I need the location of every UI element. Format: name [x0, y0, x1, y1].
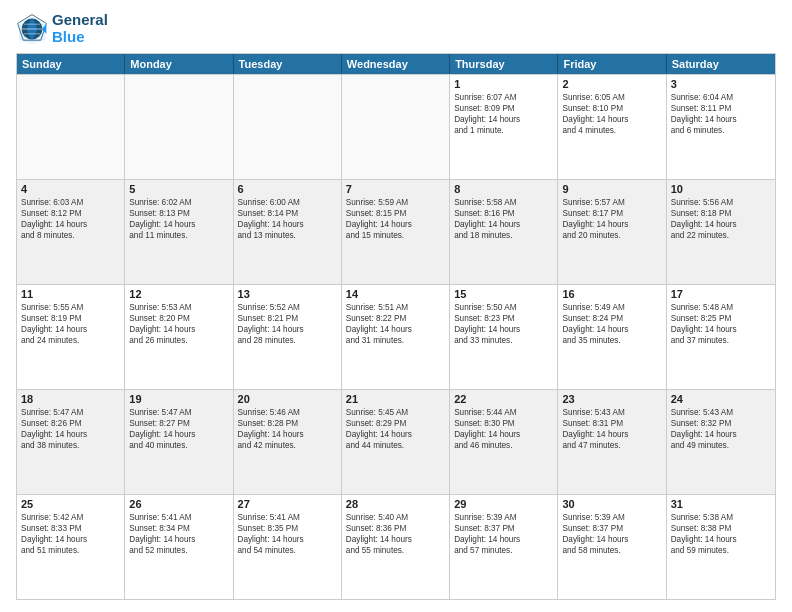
- day-number: 3: [671, 78, 771, 90]
- cell-info-line: Daylight: 14 hours: [562, 219, 661, 230]
- cell-info-line: Daylight: 14 hours: [238, 429, 337, 440]
- cell-info-line: and 38 minutes.: [21, 440, 120, 451]
- cell-info-line: Sunrise: 5:56 AM: [671, 197, 771, 208]
- cell-info-line: Daylight: 14 hours: [346, 534, 445, 545]
- cell-info-line: Sunset: 8:22 PM: [346, 313, 445, 324]
- cell-info-line: Sunset: 8:13 PM: [129, 208, 228, 219]
- day-number: 4: [21, 183, 120, 195]
- day-number: 20: [238, 393, 337, 405]
- cell-info-line: Sunrise: 5:43 AM: [562, 407, 661, 418]
- cell-info-line: and 11 minutes.: [129, 230, 228, 241]
- cell-info-line: Sunset: 8:35 PM: [238, 523, 337, 534]
- cell-info-line: Sunrise: 5:50 AM: [454, 302, 553, 313]
- cell-info-line: Sunrise: 6:04 AM: [671, 92, 771, 103]
- day-number: 2: [562, 78, 661, 90]
- cell-info-line: Sunrise: 5:45 AM: [346, 407, 445, 418]
- cell-info-line: Sunrise: 5:41 AM: [129, 512, 228, 523]
- day-number: 7: [346, 183, 445, 195]
- cell-info-line: Daylight: 14 hours: [21, 219, 120, 230]
- day-number: 26: [129, 498, 228, 510]
- cell-info-line: and 55 minutes.: [346, 545, 445, 556]
- day-cell-9: 9Sunrise: 5:57 AMSunset: 8:17 PMDaylight…: [558, 180, 666, 284]
- cell-info-line: Daylight: 14 hours: [671, 324, 771, 335]
- cell-info-line: Sunset: 8:27 PM: [129, 418, 228, 429]
- calendar-row-4: 18Sunrise: 5:47 AMSunset: 8:26 PMDayligh…: [17, 389, 775, 494]
- day-number: 29: [454, 498, 553, 510]
- cell-info-line: Daylight: 14 hours: [238, 324, 337, 335]
- cell-info-line: Daylight: 14 hours: [21, 429, 120, 440]
- cell-info-line: Sunset: 8:30 PM: [454, 418, 553, 429]
- cell-info-line: Sunrise: 5:43 AM: [671, 407, 771, 418]
- cell-info-line: and 59 minutes.: [671, 545, 771, 556]
- day-cell-11: 11Sunrise: 5:55 AMSunset: 8:19 PMDayligh…: [17, 285, 125, 389]
- day-cell-10: 10Sunrise: 5:56 AMSunset: 8:18 PMDayligh…: [667, 180, 775, 284]
- header-thursday: Thursday: [450, 54, 558, 74]
- day-cell-28: 28Sunrise: 5:40 AMSunset: 8:36 PMDayligh…: [342, 495, 450, 599]
- cell-info-line: and 58 minutes.: [562, 545, 661, 556]
- day-number: 18: [21, 393, 120, 405]
- day-cell-22: 22Sunrise: 5:44 AMSunset: 8:30 PMDayligh…: [450, 390, 558, 494]
- cell-info-line: Daylight: 14 hours: [238, 534, 337, 545]
- day-cell-14: 14Sunrise: 5:51 AMSunset: 8:22 PMDayligh…: [342, 285, 450, 389]
- cell-info-line: Sunset: 8:25 PM: [671, 313, 771, 324]
- day-cell-19: 19Sunrise: 5:47 AMSunset: 8:27 PMDayligh…: [125, 390, 233, 494]
- header-tuesday: Tuesday: [234, 54, 342, 74]
- cell-info-line: Sunset: 8:33 PM: [21, 523, 120, 534]
- cell-info-line: Sunrise: 6:02 AM: [129, 197, 228, 208]
- header-sunday: Sunday: [17, 54, 125, 74]
- day-number: 10: [671, 183, 771, 195]
- cell-info-line: Sunrise: 5:47 AM: [21, 407, 120, 418]
- cell-info-line: and 49 minutes.: [671, 440, 771, 451]
- calendar-row-5: 25Sunrise: 5:42 AMSunset: 8:33 PMDayligh…: [17, 494, 775, 599]
- cell-info-line: Sunrise: 5:40 AM: [346, 512, 445, 523]
- cell-info-line: Sunrise: 5:57 AM: [562, 197, 661, 208]
- cell-info-line: Sunrise: 5:51 AM: [346, 302, 445, 313]
- cell-info-line: Daylight: 14 hours: [238, 219, 337, 230]
- cell-info-line: Sunset: 8:29 PM: [346, 418, 445, 429]
- day-cell-20: 20Sunrise: 5:46 AMSunset: 8:28 PMDayligh…: [234, 390, 342, 494]
- cell-info-line: Daylight: 14 hours: [671, 114, 771, 125]
- day-number: 22: [454, 393, 553, 405]
- cell-info-line: Daylight: 14 hours: [346, 219, 445, 230]
- calendar-body: 1Sunrise: 6:07 AMSunset: 8:09 PMDaylight…: [17, 74, 775, 599]
- cell-info-line: Sunset: 8:12 PM: [21, 208, 120, 219]
- cell-info-line: and 44 minutes.: [346, 440, 445, 451]
- cell-info-line: and 4 minutes.: [562, 125, 661, 136]
- day-number: 28: [346, 498, 445, 510]
- day-cell-31: 31Sunrise: 5:38 AMSunset: 8:38 PMDayligh…: [667, 495, 775, 599]
- calendar-row-2: 4Sunrise: 6:03 AMSunset: 8:12 PMDaylight…: [17, 179, 775, 284]
- header-wednesday: Wednesday: [342, 54, 450, 74]
- cell-info-line: Daylight: 14 hours: [129, 219, 228, 230]
- cell-info-line: Sunset: 8:20 PM: [129, 313, 228, 324]
- calendar-row-1: 1Sunrise: 6:07 AMSunset: 8:09 PMDaylight…: [17, 74, 775, 179]
- day-cell-13: 13Sunrise: 5:52 AMSunset: 8:21 PMDayligh…: [234, 285, 342, 389]
- day-number: 16: [562, 288, 661, 300]
- cell-info-line: and 1 minute.: [454, 125, 553, 136]
- day-cell-23: 23Sunrise: 5:43 AMSunset: 8:31 PMDayligh…: [558, 390, 666, 494]
- cell-info-line: and 18 minutes.: [454, 230, 553, 241]
- cell-info-line: Sunrise: 5:49 AM: [562, 302, 661, 313]
- logo-text: General Blue: [52, 12, 108, 45]
- calendar: Sunday Monday Tuesday Wednesday Thursday…: [16, 53, 776, 600]
- cell-info-line: and 35 minutes.: [562, 335, 661, 346]
- day-cell-15: 15Sunrise: 5:50 AMSunset: 8:23 PMDayligh…: [450, 285, 558, 389]
- cell-info-line: Sunrise: 5:38 AM: [671, 512, 771, 523]
- cell-info-line: Sunset: 8:15 PM: [346, 208, 445, 219]
- cell-info-line: and 52 minutes.: [129, 545, 228, 556]
- day-cell-25: 25Sunrise: 5:42 AMSunset: 8:33 PMDayligh…: [17, 495, 125, 599]
- day-number: 25: [21, 498, 120, 510]
- cell-info-line: Daylight: 14 hours: [129, 534, 228, 545]
- day-number: 21: [346, 393, 445, 405]
- cell-info-line: Sunset: 8:28 PM: [238, 418, 337, 429]
- header-friday: Friday: [558, 54, 666, 74]
- cell-info-line: and 40 minutes.: [129, 440, 228, 451]
- day-cell-18: 18Sunrise: 5:47 AMSunset: 8:26 PMDayligh…: [17, 390, 125, 494]
- cell-info-line: Sunset: 8:36 PM: [346, 523, 445, 534]
- day-cell-12: 12Sunrise: 5:53 AMSunset: 8:20 PMDayligh…: [125, 285, 233, 389]
- day-cell-8: 8Sunrise: 5:58 AMSunset: 8:16 PMDaylight…: [450, 180, 558, 284]
- day-number: 1: [454, 78, 553, 90]
- cell-info-line: and 28 minutes.: [238, 335, 337, 346]
- cell-info-line: and 22 minutes.: [671, 230, 771, 241]
- day-cell-4: 4Sunrise: 6:03 AMSunset: 8:12 PMDaylight…: [17, 180, 125, 284]
- cell-info-line: and 15 minutes.: [346, 230, 445, 241]
